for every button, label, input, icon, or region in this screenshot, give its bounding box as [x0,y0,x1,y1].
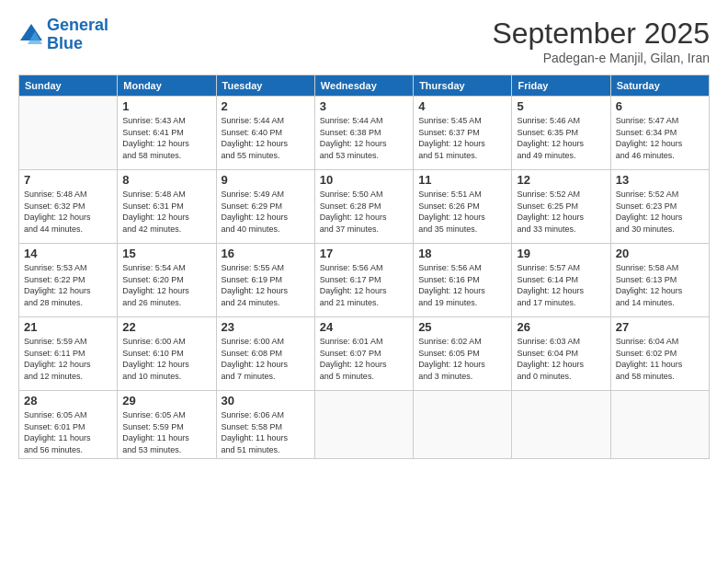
cell-day-number: 25 [418,320,506,334]
calendar-cell: 5Sunrise: 5:46 AM Sunset: 6:35 PM Daylig… [512,97,610,170]
cell-day-number: 23 [222,320,310,334]
cell-info: Sunrise: 5:58 AM Sunset: 6:13 PM Dayligh… [616,262,704,308]
header: General Blue September 2025 Padegan-e Ma… [18,17,710,65]
cell-info: Sunrise: 5:55 AM Sunset: 6:19 PM Dayligh… [222,262,310,308]
cell-info: Sunrise: 6:05 AM Sunset: 6:01 PM Dayligh… [24,409,112,455]
cell-day-number: 27 [616,320,704,334]
calendar-cell: 22Sunrise: 6:00 AM Sunset: 6:10 PM Dayli… [118,317,216,391]
title-block: September 2025 Padegan-e Manjil, Gilan, … [492,17,710,65]
cell-info: Sunrise: 5:48 AM Sunset: 6:31 PM Dayligh… [122,189,210,235]
cell-info: Sunrise: 5:44 AM Sunset: 6:40 PM Dayligh… [222,115,310,161]
cell-info: Sunrise: 6:00 AM Sunset: 6:08 PM Dayligh… [222,336,310,382]
calendar-cell: 15Sunrise: 5:54 AM Sunset: 6:20 PM Dayli… [118,244,216,317]
cell-info: Sunrise: 5:47 AM Sunset: 6:34 PM Dayligh… [616,115,704,161]
cell-info: Sunrise: 5:51 AM Sunset: 6:26 PM Dayligh… [418,189,506,235]
cell-day-number: 10 [320,173,408,187]
cell-day-number: 6 [616,99,704,113]
cell-info: Sunrise: 5:59 AM Sunset: 6:11 PM Dayligh… [24,336,112,382]
cell-info: Sunrise: 6:00 AM Sunset: 6:10 PM Dayligh… [122,336,210,382]
calendar-cell: 30Sunrise: 6:06 AM Sunset: 5:58 PM Dayli… [216,391,314,459]
cell-day-number: 30 [222,394,310,408]
cell-day-number: 5 [517,99,605,113]
cell-info: Sunrise: 6:01 AM Sunset: 6:07 PM Dayligh… [320,336,408,382]
cell-day-number: 21 [24,320,112,334]
calendar-cell: 29Sunrise: 6:05 AM Sunset: 5:59 PM Dayli… [118,391,216,459]
calendar-cell: 28Sunrise: 6:05 AM Sunset: 6:01 PM Dayli… [19,391,118,459]
cell-day-number: 3 [320,99,408,113]
calendar-week-row: 28Sunrise: 6:05 AM Sunset: 6:01 PM Dayli… [19,391,710,459]
calendar-cell [314,391,413,459]
month-title: September 2025 [492,17,710,51]
cell-info: Sunrise: 5:52 AM Sunset: 6:25 PM Dayligh… [517,189,605,235]
calendar-cell: 23Sunrise: 6:00 AM Sunset: 6:08 PM Dayli… [216,317,314,391]
calendar-cell: 3Sunrise: 5:44 AM Sunset: 6:38 PM Daylig… [314,97,413,170]
cell-day-number: 2 [222,99,310,113]
calendar: SundayMondayTuesdayWednesdayThursdayFrid… [18,75,710,459]
column-header-sunday: Sunday [19,75,118,97]
cell-day-number: 22 [122,320,210,334]
cell-info: Sunrise: 5:44 AM Sunset: 6:38 PM Dayligh… [320,115,408,161]
calendar-cell: 10Sunrise: 5:50 AM Sunset: 6:28 PM Dayli… [314,170,413,244]
calendar-cell: 24Sunrise: 6:01 AM Sunset: 6:07 PM Dayli… [314,317,413,391]
column-header-friday: Friday [512,75,610,97]
calendar-cell [512,391,610,459]
calendar-week-row: 14Sunrise: 5:53 AM Sunset: 6:22 PM Dayli… [19,244,710,317]
calendar-cell: 9Sunrise: 5:49 AM Sunset: 6:29 PM Daylig… [216,170,314,244]
column-header-thursday: Thursday [414,75,512,97]
calendar-cell [610,391,709,459]
cell-day-number: 19 [517,247,605,260]
cell-info: Sunrise: 6:04 AM Sunset: 6:02 PM Dayligh… [616,336,704,382]
cell-day-number: 17 [320,247,408,260]
calendar-cell: 2Sunrise: 5:44 AM Sunset: 6:40 PM Daylig… [216,97,314,170]
calendar-cell: 18Sunrise: 5:56 AM Sunset: 6:16 PM Dayli… [414,244,512,317]
cell-info: Sunrise: 5:53 AM Sunset: 6:22 PM Dayligh… [24,262,112,308]
cell-day-number: 11 [418,173,506,187]
calendar-cell: 19Sunrise: 5:57 AM Sunset: 6:14 PM Dayli… [512,244,610,317]
cell-info: Sunrise: 6:03 AM Sunset: 6:04 PM Dayligh… [517,336,605,382]
column-header-saturday: Saturday [610,75,709,97]
calendar-week-row: 21Sunrise: 5:59 AM Sunset: 6:11 PM Dayli… [19,317,710,391]
cell-day-number: 26 [517,320,605,334]
calendar-cell: 27Sunrise: 6:04 AM Sunset: 6:02 PM Dayli… [610,317,709,391]
cell-info: Sunrise: 6:05 AM Sunset: 5:59 PM Dayligh… [122,409,210,455]
cell-info: Sunrise: 5:48 AM Sunset: 6:32 PM Dayligh… [24,189,112,235]
cell-info: Sunrise: 5:46 AM Sunset: 6:35 PM Dayligh… [517,115,605,161]
cell-day-number: 7 [24,173,112,187]
calendar-cell: 11Sunrise: 5:51 AM Sunset: 6:26 PM Dayli… [414,170,512,244]
calendar-cell [19,97,118,170]
calendar-cell: 12Sunrise: 5:52 AM Sunset: 6:25 PM Dayli… [512,170,610,244]
calendar-cell: 14Sunrise: 5:53 AM Sunset: 6:22 PM Dayli… [19,244,118,317]
cell-day-number: 15 [122,247,210,260]
calendar-cell: 25Sunrise: 6:02 AM Sunset: 6:05 PM Dayli… [414,317,512,391]
logo-icon [18,22,44,48]
cell-day-number: 16 [222,247,310,260]
calendar-cell: 6Sunrise: 5:47 AM Sunset: 6:34 PM Daylig… [610,97,709,170]
column-header-tuesday: Tuesday [216,75,314,97]
calendar-cell: 13Sunrise: 5:52 AM Sunset: 6:23 PM Dayli… [610,170,709,244]
cell-day-number: 24 [320,320,408,334]
cell-info: Sunrise: 6:02 AM Sunset: 6:05 PM Dayligh… [418,336,506,382]
cell-info: Sunrise: 5:45 AM Sunset: 6:37 PM Dayligh… [418,115,506,161]
cell-info: Sunrise: 5:43 AM Sunset: 6:41 PM Dayligh… [122,115,210,161]
cell-info: Sunrise: 5:54 AM Sunset: 6:20 PM Dayligh… [122,262,210,308]
cell-day-number: 18 [418,247,506,260]
subtitle: Padegan-e Manjil, Gilan, Iran [492,51,710,65]
cell-day-number: 28 [24,394,112,408]
calendar-cell: 1Sunrise: 5:43 AM Sunset: 6:41 PM Daylig… [118,97,216,170]
calendar-week-row: 1Sunrise: 5:43 AM Sunset: 6:41 PM Daylig… [19,97,710,170]
calendar-cell [414,391,512,459]
calendar-cell: 17Sunrise: 5:56 AM Sunset: 6:17 PM Dayli… [314,244,413,317]
logo: General Blue [18,17,108,53]
calendar-cell: 8Sunrise: 5:48 AM Sunset: 6:31 PM Daylig… [118,170,216,244]
cell-info: Sunrise: 5:50 AM Sunset: 6:28 PM Dayligh… [320,189,408,235]
calendar-cell: 7Sunrise: 5:48 AM Sunset: 6:32 PM Daylig… [19,170,118,244]
cell-info: Sunrise: 5:49 AM Sunset: 6:29 PM Dayligh… [222,189,310,235]
logo-line1: General [47,16,108,34]
calendar-cell: 20Sunrise: 5:58 AM Sunset: 6:13 PM Dayli… [610,244,709,317]
cell-day-number: 29 [122,394,210,408]
column-header-monday: Monday [118,75,216,97]
cell-info: Sunrise: 5:56 AM Sunset: 6:16 PM Dayligh… [418,262,506,308]
calendar-header-row: SundayMondayTuesdayWednesdayThursdayFrid… [19,75,710,97]
cell-info: Sunrise: 6:06 AM Sunset: 5:58 PM Dayligh… [222,409,310,455]
calendar-cell: 16Sunrise: 5:55 AM Sunset: 6:19 PM Dayli… [216,244,314,317]
